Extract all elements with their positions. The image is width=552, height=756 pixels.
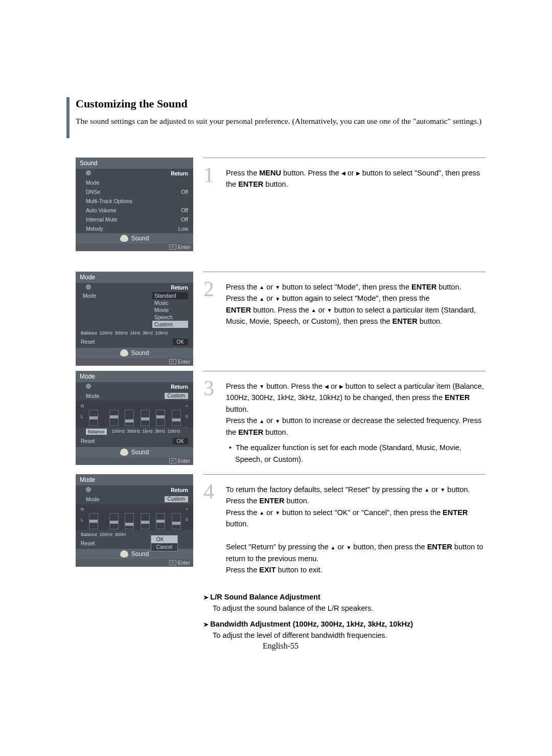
osd-title: Mode xyxy=(76,371,193,382)
separator xyxy=(203,158,486,158)
step-text-2: Press the ▲ or ▼ button to select "Mode"… xyxy=(226,278,486,327)
osd-item-multitrack: Multi-Track Options xyxy=(76,196,193,206)
section-subtitle: The sound settings can be adjusted to su… xyxy=(76,116,486,127)
arrow-down-icon: ▼ xyxy=(275,417,280,426)
popup-cancel: Cancel xyxy=(151,543,177,551)
shell-icon xyxy=(120,449,128,456)
extra-heading-1: L/R Sound Balance Adjustment xyxy=(203,591,486,603)
osd-mode-reset: Mode Return ModeCustom RL +0- xyxy=(76,474,193,567)
osd-item-melody: MelodyLow xyxy=(76,224,193,233)
osd-item-dnse: DNSeOff xyxy=(76,187,193,196)
arrow-left-icon: ◀ xyxy=(325,383,329,391)
arrow-up-icon: ▲ xyxy=(259,295,264,303)
section-title: Customizing the Sound xyxy=(76,97,486,110)
step-text-1: Press the MENU button. Press the ◀ or ▶ … xyxy=(226,164,486,190)
osd-footer: Sound xyxy=(76,233,193,243)
osd-return: Return xyxy=(76,382,193,391)
arrow-up-icon: ▲ xyxy=(259,417,264,426)
reset-label: Reset xyxy=(81,540,95,546)
reset-label: Reset xyxy=(81,438,95,444)
separator xyxy=(203,371,486,371)
separator xyxy=(203,272,486,272)
ok-label: OK xyxy=(173,339,188,345)
separator xyxy=(203,474,486,475)
shell-icon xyxy=(120,235,128,242)
osd-item-mode: ModeCustom xyxy=(76,495,193,504)
osd-actions: Reset OK xyxy=(76,436,193,447)
arrow-right-icon: ▶ xyxy=(356,169,360,177)
arrow-up-icon: ▲ xyxy=(331,544,336,552)
osd-footer: Sound xyxy=(76,447,193,457)
eq-graphic: RL +0- xyxy=(76,401,193,427)
ok-label: OK xyxy=(173,438,188,444)
arrow-down-icon: ▼ xyxy=(440,486,445,494)
step-number-1: 1 xyxy=(203,164,217,190)
arrow-up-icon: ▲ xyxy=(311,306,316,315)
page-number: English-55 xyxy=(76,641,486,651)
osd-item-mode: Mode xyxy=(81,292,152,299)
eq-band-labels: Balance 100Hz300Hz1kHz3kHz10kHz xyxy=(76,427,193,436)
reset-popup: OK Cancel xyxy=(151,535,178,551)
osd-title: Mode xyxy=(76,272,193,283)
step-text-3: Press the ▼ button. Press the ◀ or ▶ but… xyxy=(226,377,486,465)
osd-sound-menu: Sound Return Mode DNSeOff Multi-Track Op… xyxy=(76,158,193,251)
accent-bar xyxy=(66,97,70,138)
eq-band-labels: Balance100Hz300Hz1kHz3kHz10kHz xyxy=(76,329,193,337)
osd-hint: ↵Enter xyxy=(76,457,193,465)
arrow-right-icon: ▶ xyxy=(339,383,343,391)
mode-option: Movie xyxy=(152,306,188,314)
mode-option: Custom xyxy=(152,321,188,328)
step-number-2: 2 xyxy=(203,278,217,327)
osd-item-mode: ModeCustom xyxy=(76,391,193,401)
osd-hint: ↵Enter xyxy=(76,559,193,567)
osd-hint: ↵Enter xyxy=(76,358,193,366)
osd-hint: ↵Enter xyxy=(76,243,193,251)
osd-title: Sound xyxy=(76,158,193,169)
step-number-4: 4 xyxy=(203,481,217,576)
osd-item-mode: Mode xyxy=(76,178,193,187)
osd-return: Return xyxy=(76,485,193,495)
shell-icon xyxy=(120,349,128,357)
arrow-down-icon: ▼ xyxy=(259,383,264,391)
osd-footer: Sound xyxy=(76,348,193,358)
popup-ok: OK xyxy=(151,536,177,543)
mode-option: Standard xyxy=(152,292,188,299)
arrow-down-icon: ▼ xyxy=(346,544,351,552)
step-number-3: 3 xyxy=(203,377,217,465)
osd-item-autovol: Auto VolumeOff xyxy=(76,206,193,215)
arrow-left-icon: ◀ xyxy=(341,169,346,177)
arrow-up-icon: ▲ xyxy=(259,283,264,292)
arrow-up-icon: ▲ xyxy=(424,486,429,494)
arrow-down-icon: ▼ xyxy=(327,306,332,315)
mode-option: Speech xyxy=(152,314,188,321)
arrow-down-icon: ▼ xyxy=(275,283,280,292)
step-text-4: To return the factory defaults, select "… xyxy=(226,481,486,576)
mode-option: Music xyxy=(152,299,188,306)
extra-text-2: To adjust the level of different bandwid… xyxy=(203,630,486,641)
extra-notes: L/R Sound Balance Adjustment To adjust t… xyxy=(203,591,486,641)
osd-item-mute: Internal MuteOff xyxy=(76,215,193,224)
arrow-up-icon: ▲ xyxy=(259,509,264,517)
osd-actions: Reset OK xyxy=(76,337,193,348)
extra-heading-2: Bandwidth Adjustment (100Hz, 300Hz, 1kHz… xyxy=(203,618,486,630)
osd-mode-eq: Mode Return ModeCustom RL +0- xyxy=(76,371,193,465)
reset-label: Reset xyxy=(81,339,95,345)
eq-graphic: RL +0- xyxy=(76,504,193,530)
arrow-down-icon: ▼ xyxy=(275,295,280,303)
shell-icon xyxy=(120,550,128,558)
osd-title: Mode xyxy=(76,474,193,485)
extra-text-1: To adjust the sound balance of the L/R s… xyxy=(203,603,486,614)
osd-mode-select: Mode Return Mode Standard Music Movie Sp… xyxy=(76,272,193,366)
osd-return: Return xyxy=(76,283,193,292)
osd-return: Return xyxy=(76,169,193,178)
arrow-down-icon: ▼ xyxy=(275,509,280,517)
